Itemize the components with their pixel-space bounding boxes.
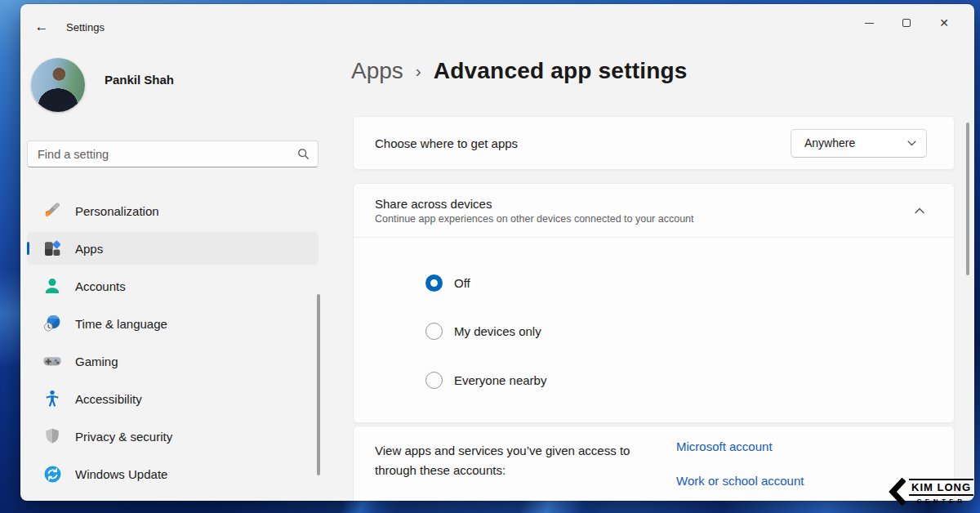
sidebar-item-label: Time & language bbox=[75, 317, 167, 331]
accounts-access-label: View apps and services you’ve given acce… bbox=[375, 441, 665, 480]
user-avatar[interactable] bbox=[31, 58, 85, 112]
main-scrollbar[interactable] bbox=[966, 123, 969, 275]
paintbrush-icon bbox=[42, 200, 63, 221]
maximize-icon bbox=[902, 19, 911, 27]
radio-label: My devices only bbox=[454, 324, 541, 338]
radio-label: Everyone nearby bbox=[454, 373, 546, 387]
sidebar-item-label: Accounts bbox=[75, 279, 126, 293]
page-title: Advanced app settings bbox=[434, 58, 688, 84]
choose-where-label: Choose where to get apps bbox=[375, 136, 791, 150]
gamepad-icon bbox=[42, 350, 63, 372]
sidebar-item-label: Personalization bbox=[75, 204, 159, 218]
sidebar-item-time-language[interactable]: Time & language bbox=[27, 307, 318, 340]
microsoft-account-link[interactable]: Microsoft account bbox=[676, 439, 804, 453]
sidebar-item-label: Gaming bbox=[75, 355, 118, 368]
close-icon: ✕ bbox=[939, 16, 949, 29]
search-icon bbox=[297, 148, 310, 160]
share-subtitle: Continue app experiences on other device… bbox=[375, 213, 915, 225]
back-button[interactable]: ← bbox=[31, 17, 52, 37]
chevron-up-icon bbox=[915, 207, 924, 214]
sidebar-item-accessibility[interactable]: Accessibility bbox=[27, 382, 318, 415]
share-expander-header[interactable]: Share across devices Continue app experi… bbox=[354, 184, 954, 238]
wallpaper-ribbon bbox=[0, 270, 21, 368]
sidebar-item-label: Accessibility bbox=[75, 392, 142, 406]
watermark-line1: KIM LONG bbox=[909, 479, 973, 496]
share-across-devices-card: Share across devices Continue app experi… bbox=[353, 183, 955, 423]
sidebar-item-gaming[interactable]: Gaming bbox=[27, 345, 318, 377]
radio-option-everyone-nearby[interactable]: Everyone nearby bbox=[425, 372, 546, 389]
radio-unselected-icon[interactable] bbox=[425, 372, 443, 389]
sidebar-item-label: Windows Update bbox=[75, 467, 167, 481]
apps-icon bbox=[42, 238, 63, 259]
watermark-line2: CENTER bbox=[909, 497, 973, 505]
sidebar-nav: Personalization Apps Accounts bbox=[27, 194, 318, 490]
radio-unselected-icon[interactable] bbox=[425, 323, 443, 340]
shield-icon bbox=[42, 426, 63, 447]
minimize-button[interactable] bbox=[850, 11, 888, 35]
minimize-icon bbox=[865, 23, 874, 24]
maximize-button[interactable] bbox=[888, 11, 925, 35]
search-input[interactable] bbox=[38, 148, 297, 161]
search-box[interactable] bbox=[27, 141, 318, 167]
sidebar-item-privacy-security[interactable]: Privacy & security bbox=[27, 420, 318, 453]
radio-option-my-devices[interactable]: My devices only bbox=[425, 323, 541, 340]
radio-selected-icon[interactable] bbox=[425, 274, 443, 292]
choose-where-card: Choose where to get apps Anywhere bbox=[353, 116, 955, 170]
radio-label: Off bbox=[454, 276, 470, 290]
window-title: Settings bbox=[66, 21, 105, 33]
user-name: Pankil Shah bbox=[105, 73, 174, 87]
kim-long-center-watermark: KIM LONG CENTER bbox=[888, 478, 973, 506]
sync-icon bbox=[42, 463, 63, 484]
watermark-chevron-icon bbox=[888, 478, 906, 506]
sidebar-item-label: Apps bbox=[75, 242, 103, 256]
time-language-icon bbox=[42, 313, 63, 334]
sidebar-item-accounts[interactable]: Accounts bbox=[27, 270, 318, 302]
accounts-access-card: View apps and services you’ve given acce… bbox=[353, 426, 955, 501]
breadcrumb-apps[interactable]: Apps bbox=[351, 58, 403, 84]
dropdown-value: Anywhere bbox=[804, 136, 907, 149]
breadcrumb: Apps › Advanced app settings bbox=[351, 58, 688, 84]
accounts-icon bbox=[42, 275, 63, 297]
close-button[interactable]: ✕ bbox=[925, 11, 963, 35]
chevron-down-icon bbox=[907, 141, 916, 146]
accessibility-icon bbox=[42, 388, 63, 409]
sidebar-item-apps[interactable]: Apps bbox=[27, 232, 318, 265]
app-source-dropdown[interactable]: Anywhere bbox=[791, 129, 927, 158]
share-title: Share across devices bbox=[375, 197, 915, 211]
sidebar-scrollbar[interactable] bbox=[317, 294, 320, 475]
settings-window: ← Settings ✕ Pankil Shah Personalization bbox=[20, 4, 974, 501]
work-school-account-link[interactable]: Work or school account bbox=[676, 474, 804, 488]
radio-option-off[interactable]: Off bbox=[425, 274, 470, 292]
breadcrumb-separator-icon: › bbox=[403, 61, 434, 81]
sidebar-item-personalization[interactable]: Personalization bbox=[27, 194, 318, 227]
back-arrow-icon: ← bbox=[35, 19, 49, 35]
window-controls: ✕ bbox=[850, 11, 963, 35]
sidebar-item-windows-update[interactable]: Windows Update bbox=[27, 457, 318, 490]
sidebar-item-label: Privacy & security bbox=[75, 430, 172, 444]
